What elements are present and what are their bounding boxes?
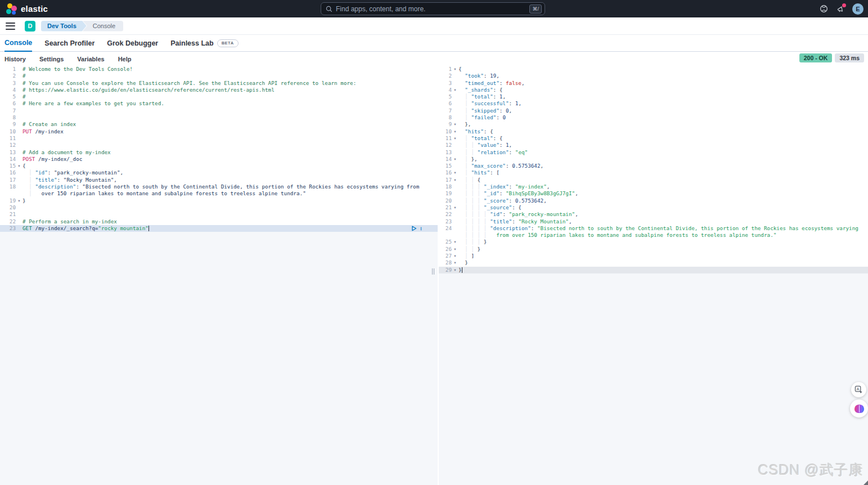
code-line[interactable]: 3# You can use Console to explore the El… xyxy=(0,80,438,87)
fold-caret-icon[interactable]: ▾ xyxy=(452,267,458,273)
code-line[interactable]: 7 │ "skipped": 0, xyxy=(439,107,868,114)
help-link[interactable]: Help xyxy=(118,56,132,62)
code-line[interactable]: 9▾ }, xyxy=(439,121,868,128)
ai-assistant-button[interactable] xyxy=(850,399,868,417)
code-line[interactable]: 11 xyxy=(0,135,438,142)
code-line[interactable]: 19 │ │ │ "_id": "BihqSpEBy3w8B3gGJ7gI", xyxy=(439,190,868,197)
code-line[interactable]: 1# Welcome to the Dev Tools Console! xyxy=(0,66,438,73)
code-line[interactable]: 27▾ │ ] xyxy=(439,253,868,259)
code-line[interactable]: 2# xyxy=(0,73,438,79)
code-line[interactable]: 3 "timed_out": false, xyxy=(439,80,868,87)
code-line[interactable]: 25▾ │ │ │ } xyxy=(439,239,868,245)
space-switcher[interactable]: D xyxy=(25,21,35,32)
code-line[interactable]: 22 │ │ │ │ "id": "park_rocky-mountain", xyxy=(439,211,868,218)
code-line[interactable]: 20 │ │ │ "_score": 0.5753642, xyxy=(439,197,868,204)
request-menu-icon[interactable]: ⁝ xyxy=(420,225,422,232)
fold-gutter xyxy=(16,107,23,114)
variables-link[interactable]: Variables xyxy=(77,56,104,62)
fold-caret-icon[interactable]: ▾ xyxy=(16,163,23,169)
code-line[interactable]: 9# Create an index xyxy=(0,121,438,128)
fold-caret-icon[interactable]: ▾ xyxy=(452,66,458,73)
menu-icon[interactable] xyxy=(6,23,15,30)
code-line[interactable]: 8 xyxy=(0,114,438,121)
code-line[interactable]: 11▾ │ "total": { xyxy=(439,135,868,142)
response-editor[interactable]: 1▾{2 "took": 19,3 "timed_out": false,4▾ … xyxy=(439,66,868,485)
fold-caret-icon[interactable]: ▾ xyxy=(452,239,458,245)
text-cursor xyxy=(462,267,462,273)
code-line[interactable]: 18 │ "description": "Bisected north to s… xyxy=(0,183,438,190)
code-line[interactable]: 1▾{ xyxy=(439,66,868,73)
fold-caret-icon[interactable]: ▾ xyxy=(452,253,458,259)
code-line[interactable]: │ │ │ │ from over 150 riparian lakes to … xyxy=(439,232,868,239)
code-text: │ "failed": 0 xyxy=(458,114,868,121)
history-link[interactable]: History xyxy=(5,56,26,62)
code-line[interactable]: 16 │ "id": "park_rocky-mountain", xyxy=(0,169,438,176)
code-line[interactable]: 4# https://www.elastic.co/guide/en/elast… xyxy=(0,87,438,93)
user-avatar[interactable]: E xyxy=(852,3,863,15)
code-line[interactable]: 20 xyxy=(0,204,438,211)
code-line[interactable]: 6# Here are a few examples to get you st… xyxy=(0,100,438,107)
code-line[interactable]: 6 │ "successful": 1, xyxy=(439,100,868,107)
tab-console[interactable]: Console xyxy=(5,35,32,52)
fold-gutter xyxy=(452,183,458,190)
code-line[interactable]: 21 xyxy=(0,211,438,218)
fold-caret-icon[interactable]: ▾ xyxy=(452,177,458,183)
elastic-home-link[interactable]: elastic xyxy=(0,3,113,15)
code-line[interactable]: 29▾} xyxy=(439,267,868,273)
translate-extension-button[interactable]: A xyxy=(851,382,866,397)
code-line[interactable]: 22# Perform a search in my-index xyxy=(0,218,438,225)
code-line[interactable]: 10PUT /my-index xyxy=(0,128,438,135)
code-line[interactable]: 15▾{ xyxy=(0,163,438,169)
code-line[interactable]: 15 │ "max_score": 0.5753642, xyxy=(439,163,868,169)
fold-caret-icon[interactable]: ▾ xyxy=(452,246,458,253)
tab-search-profiler[interactable]: Search Profiler xyxy=(44,35,95,52)
code-line[interactable]: 14▾ │ }, xyxy=(439,156,868,163)
code-line[interactable]: 5# xyxy=(0,93,438,100)
fold-caret-icon[interactable]: ▾ xyxy=(452,135,458,142)
newsfeed-icon[interactable] xyxy=(835,4,845,14)
response-time-badge: 323 ms xyxy=(835,53,864,62)
code-line[interactable]: 5 │ "total": 1, xyxy=(439,93,868,100)
code-line[interactable]: 12 xyxy=(0,142,438,149)
code-line[interactable]: 26▾ │ │ } xyxy=(439,246,868,253)
settings-link[interactable]: Settings xyxy=(39,56,64,62)
line-number: 15 xyxy=(439,163,452,169)
fold-caret-icon[interactable]: ▾ xyxy=(452,169,458,176)
request-editor[interactable]: 1# Welcome to the Dev Tools Console!2#3#… xyxy=(0,66,438,485)
global-search[interactable]: ⌘/ xyxy=(321,2,545,15)
code-line[interactable]: 8 │ "failed": 0 xyxy=(439,114,868,121)
code-line[interactable]: 21▾ │ │ │ "_source": { xyxy=(439,204,868,211)
fold-caret-icon[interactable]: ▾ xyxy=(452,259,458,266)
fold-caret-icon[interactable]: ▾ xyxy=(16,197,23,204)
fold-caret-icon[interactable]: ▾ xyxy=(452,128,458,135)
code-line[interactable]: 12 │ │ "value": 1, xyxy=(439,142,868,149)
code-line[interactable]: 7 xyxy=(0,107,438,114)
code-line[interactable]: 23 │ │ │ │ "title": "Rocky Mountain", xyxy=(439,218,868,225)
code-line[interactable]: 13 │ │ "relation": "eq" xyxy=(439,149,868,156)
code-line[interactable]: 19▾} xyxy=(0,197,438,204)
code-line[interactable]: 2 "took": 19, xyxy=(439,73,868,79)
search-input[interactable] xyxy=(336,5,529,13)
fold-caret-icon[interactable]: ▾ xyxy=(452,204,458,211)
code-line[interactable]: 28▾ } xyxy=(439,259,868,266)
code-line[interactable]: 10▾ "hits": { xyxy=(439,128,868,135)
code-line[interactable]: 18 │ │ │ "_index": "my-index", xyxy=(439,183,868,190)
code-line[interactable]: 4▾ "_shards": { xyxy=(439,87,868,93)
help-icon[interactable] xyxy=(818,4,829,14)
fold-caret-icon[interactable]: ▾ xyxy=(452,87,458,93)
breadcrumb-dev-tools[interactable]: Dev Tools xyxy=(41,21,87,32)
code-line[interactable]: 13# Add a document to my-index xyxy=(0,149,438,156)
fold-caret-icon[interactable]: ▾ xyxy=(452,121,458,128)
code-line[interactable]: 23GET /my-index/_search?q="rocky mountai… xyxy=(0,225,438,232)
code-line[interactable]: │ over 150 riparian lakes to montane and… xyxy=(0,190,438,197)
code-line[interactable]: 24 │ │ │ │ "description": "Bisected nort… xyxy=(439,225,868,232)
pane-splitter-handle[interactable] xyxy=(430,268,437,276)
code-line[interactable]: 16▾ │ "hits": [ xyxy=(439,169,868,176)
tab-painless-lab[interactable]: Painless LabBETA xyxy=(170,35,238,52)
code-line[interactable]: 17 │ "title": "Rocky Mountain", xyxy=(0,177,438,183)
tab-grok-debugger[interactable]: Grok Debugger xyxy=(107,35,158,52)
fold-caret-icon[interactable]: ▾ xyxy=(452,156,458,163)
code-line[interactable]: 17▾ │ │ { xyxy=(439,177,868,183)
code-line[interactable]: 14POST /my-index/_doc xyxy=(0,156,438,163)
play-request-icon[interactable] xyxy=(411,226,417,231)
